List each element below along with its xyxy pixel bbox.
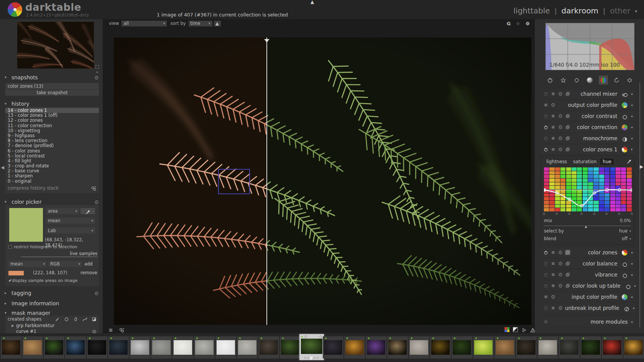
snapshot-split-handle[interactable] xyxy=(264,39,269,45)
compress-history-label[interactable]: compress history stack xyxy=(8,185,59,191)
module-name[interactable]: monochrome xyxy=(583,135,617,141)
picker-space-dropdown[interactable]: Lab▾ xyxy=(46,228,95,234)
module-caret-icon[interactable]: ◂ xyxy=(631,92,632,96)
module-caret-icon[interactable]: ◂ xyxy=(631,114,632,118)
filmstrip-expander[interactable]: ▼ xyxy=(309,355,313,361)
navigation-thumbnail[interactable] xyxy=(17,22,94,69)
filmstrip-thumbnail[interactable] xyxy=(215,336,236,359)
module-group-tone[interactable] xyxy=(585,75,595,85)
history-item-0[interactable]: 0 - original xyxy=(5,179,99,184)
reset-icon[interactable] xyxy=(558,250,563,255)
power-icon[interactable] xyxy=(543,91,549,97)
filmstrip-thumbnail[interactable] xyxy=(409,336,429,359)
module-group-active[interactable] xyxy=(545,75,555,85)
module-name[interactable]: color zones xyxy=(588,249,618,256)
filmstrip-thumbnail[interactable] xyxy=(65,336,86,359)
reset-icon[interactable] xyxy=(558,305,563,311)
power-icon[interactable] xyxy=(543,250,549,255)
presets-icon[interactable] xyxy=(550,91,556,97)
reset-icon[interactable] xyxy=(558,261,563,266)
reset-icon[interactable] xyxy=(550,294,556,300)
picker-stat-dropdown[interactable]: mean▾ xyxy=(46,218,95,224)
module-name[interactable]: unbreak input profile xyxy=(565,305,619,311)
history-item-1[interactable]: 1 - sharpen xyxy=(5,174,99,179)
filmstrip-thumbnail[interactable] xyxy=(366,336,386,359)
module-color-correction[interactable]: color correction◂ xyxy=(540,123,634,132)
power-icon[interactable] xyxy=(543,147,549,152)
cz-node-markers[interactable]: △△△△△△△△ xyxy=(544,212,632,216)
filmstrip-thumbnail[interactable] xyxy=(580,336,601,359)
filmstrip-thumbnail[interactable] xyxy=(623,336,644,359)
reset-icon[interactable] xyxy=(558,113,563,119)
instances-icon[interactable] xyxy=(565,250,570,255)
take-snapshot-button[interactable]: take snapshot xyxy=(5,90,99,96)
reset-icon[interactable] xyxy=(94,199,99,205)
mask-manager-section-header[interactable]: ▾ mask manager xyxy=(5,310,99,316)
filmstrip-thumbnail[interactable] xyxy=(387,336,408,359)
cz-tab-saturation[interactable]: saturation xyxy=(571,159,599,165)
reset-icon[interactable] xyxy=(558,136,563,141)
filmstrip-thumbnail[interactable] xyxy=(452,336,472,359)
filmstrip-thumbnail[interactable] xyxy=(87,336,107,359)
presets-icon[interactable] xyxy=(550,261,556,266)
module-caret-icon[interactable]: ◂ xyxy=(631,136,632,140)
history-section-header[interactable]: ▾ history xyxy=(5,100,99,107)
module-channel-mixer[interactable]: channel mixer◂ xyxy=(540,89,634,98)
histogram[interactable]: 1/640 f/4.0 102mm iso 100 xyxy=(545,23,634,70)
reset-icon[interactable] xyxy=(94,290,99,296)
sort-by-dropdown[interactable]: time▾ xyxy=(189,21,212,26)
snapshot-split-line[interactable] xyxy=(266,38,267,325)
module-caret-icon[interactable]: ◂ xyxy=(632,306,634,310)
module-name[interactable]: color contrast xyxy=(582,113,617,119)
filmstrip-thumbnail[interactable] xyxy=(172,336,193,359)
presets-icon[interactable] xyxy=(543,319,549,324)
cz-select-by-row[interactable]: select byhue▾ xyxy=(544,228,631,234)
view-filter-dropdown[interactable]: all▾ xyxy=(122,21,167,26)
history-item-5[interactable]: 5 - local contrast xyxy=(5,154,99,159)
filmstrip-thumbnail[interactable] xyxy=(280,336,301,359)
sample-space-dropdown[interactable]: RGB▾ xyxy=(48,261,82,267)
presets-icon[interactable] xyxy=(550,147,556,152)
snapshot-item[interactable]: color zones (13) xyxy=(5,83,99,89)
sample-stat-dropdown[interactable]: mean▾ xyxy=(8,261,47,267)
module-caret-icon[interactable]: ◂ xyxy=(631,262,632,265)
reset-icon[interactable] xyxy=(558,283,563,288)
reset-icon[interactable] xyxy=(558,91,563,97)
preferences-gear-icon[interactable] xyxy=(525,21,530,26)
instances-icon[interactable] xyxy=(565,261,570,266)
module-color-look-up-table[interactable]: color look up table◂ xyxy=(540,281,634,290)
filmstrip-thumbnail[interactable] xyxy=(537,336,558,359)
reset-icon[interactable] xyxy=(558,272,563,277)
history-item-10[interactable]: 10 - vignetting xyxy=(5,128,99,133)
picker-mode-dropdown[interactable]: area▾ xyxy=(46,208,79,214)
reset-icon[interactable] xyxy=(94,74,99,80)
history-item-11[interactable]: 11 - color correction xyxy=(5,123,99,128)
live-sample-swatch[interactable] xyxy=(8,271,24,275)
module-caret-icon[interactable]: ▾ xyxy=(631,147,632,151)
thumb-menu-caret-icon[interactable]: ▾ xyxy=(96,70,98,74)
add-sample-button[interactable]: add xyxy=(84,261,93,267)
instances-icon[interactable] xyxy=(565,147,570,152)
cz-tab-lightness[interactable]: lightness xyxy=(544,159,569,165)
tab-darkroom[interactable]: darkroom xyxy=(562,6,599,15)
filmstrip-thumbnail[interactable] xyxy=(516,336,537,359)
eyedropper-button[interactable] xyxy=(80,208,95,214)
presets-icon[interactable] xyxy=(550,113,556,119)
left-panel-collapse-arrow[interactable]: ◀ xyxy=(1,165,4,170)
module-group-color[interactable] xyxy=(599,75,608,85)
power-icon[interactable] xyxy=(543,136,549,141)
cz-tab-hue[interactable]: hue xyxy=(600,159,614,165)
module-caret-icon[interactable]: ◂ xyxy=(634,284,636,288)
module-group-favorites[interactable] xyxy=(559,75,568,85)
history-item-12[interactable]: 12 - color zones xyxy=(5,118,99,123)
instances-icon[interactable] xyxy=(565,124,570,130)
power-icon[interactable] xyxy=(543,261,549,266)
ellipse-shape-icon[interactable] xyxy=(73,316,78,322)
image-information-section-header[interactable]: ▸ image information xyxy=(5,300,99,306)
compress-history-row[interactable]: compress history stack xyxy=(5,184,99,192)
filmstrip-thumbnail[interactable] xyxy=(130,336,150,359)
filmstrip-thumbnail[interactable] xyxy=(108,336,129,359)
softproof-icon[interactable] xyxy=(513,327,518,332)
zoom-fit-icon[interactable] xyxy=(95,63,99,70)
grouping-toggle[interactable]: G xyxy=(507,21,511,26)
